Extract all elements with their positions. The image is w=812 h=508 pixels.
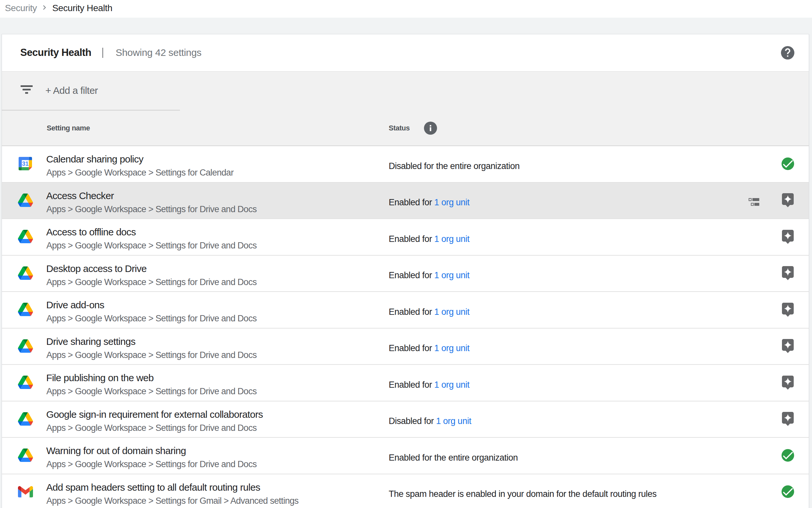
svg-text:31: 31 — [22, 161, 29, 167]
